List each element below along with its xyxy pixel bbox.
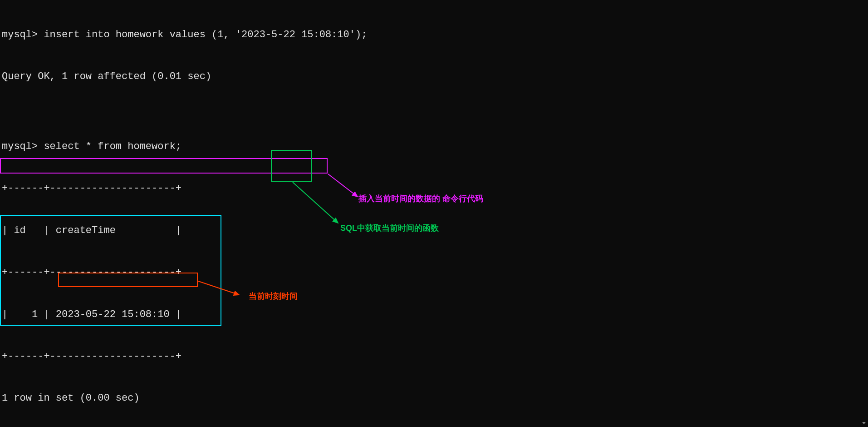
terminal-line: mysql> select * from homework;	[2, 140, 866, 154]
svg-marker-6	[862, 422, 866, 424]
terminal-line: +------+---------------------+	[2, 350, 866, 364]
terminal-line: mysql> insert into homework values (1, '…	[2, 28, 866, 42]
annotation-insert-command-label: 插入当前时间的数据的 命令行代码	[358, 193, 483, 204]
annotation-now-function-label: SQL中获取当前时间的函数	[340, 223, 439, 234]
terminal-line: Query OK, 1 row affected (0.01 sec)	[2, 70, 866, 84]
terminal-line: 1 row in set (0.00 sec)	[2, 392, 866, 406]
annotation-current-time-label: 当前时刻时间	[249, 291, 298, 302]
terminal-output[interactable]: mysql> insert into homework values (1, '…	[0, 0, 868, 427]
terminal-line: | 1 | 2023-05-22 15:08:10 |	[2, 308, 866, 322]
terminal-line: +------+---------------------+	[2, 266, 866, 280]
scrollbar-down-icon[interactable]	[861, 420, 867, 426]
